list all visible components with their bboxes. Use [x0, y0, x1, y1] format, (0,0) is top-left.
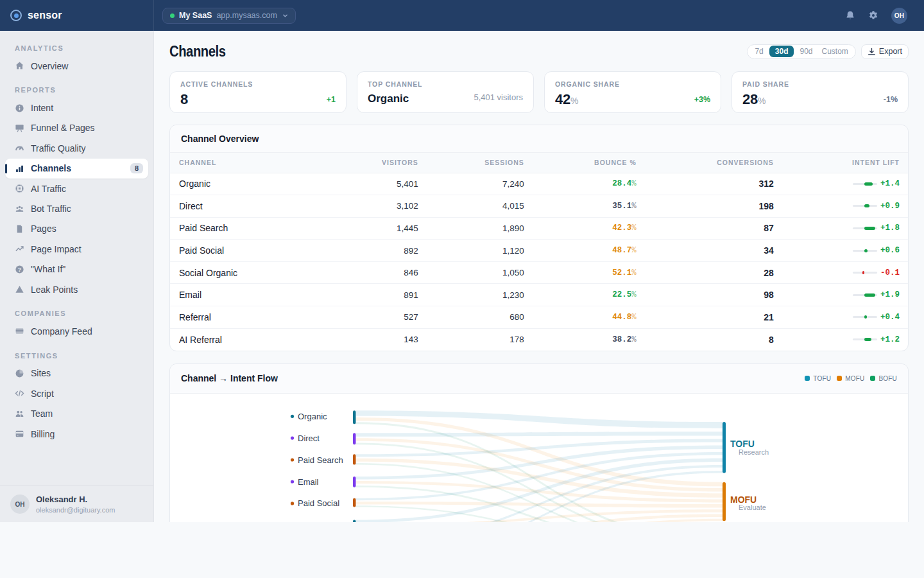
svg-text:Paid Search: Paid Search — [298, 455, 343, 464]
svg-text:Social Organic: Social Organic — [298, 520, 352, 522]
svg-text:Paid Social: Paid Social — [298, 498, 339, 508]
svg-text:?: ? — [18, 266, 21, 272]
svg-text:Direct: Direct — [298, 433, 320, 442]
svg-text:Research: Research — [739, 448, 769, 455]
svg-text:Email: Email — [298, 477, 319, 486]
svg-text:Organic: Organic — [298, 412, 327, 421]
svg-text:Evaluate: Evaluate — [739, 504, 766, 511]
